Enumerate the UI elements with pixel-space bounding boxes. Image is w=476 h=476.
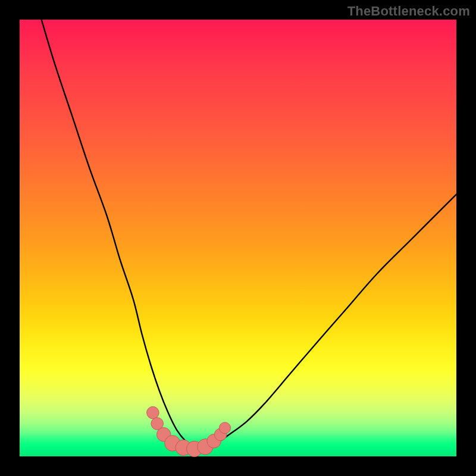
curve-marker xyxy=(219,422,230,434)
curve-markers xyxy=(147,406,231,456)
chart-frame: TheBottleneck.com xyxy=(0,0,476,476)
curve-marker xyxy=(147,406,159,419)
bottleneck-curve xyxy=(20,20,456,456)
chart-plot-area xyxy=(20,20,456,456)
watermark-text: TheBottleneck.com xyxy=(347,4,470,19)
curve-path xyxy=(42,20,456,449)
